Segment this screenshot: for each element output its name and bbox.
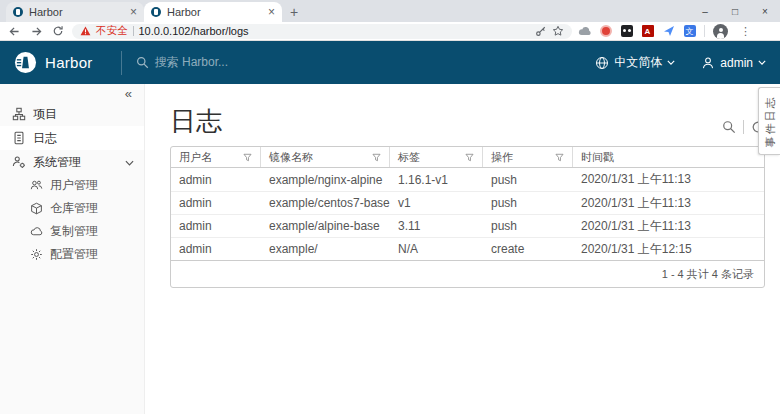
back-icon[interactable] [6,23,22,39]
search-logs-icon[interactable] [722,120,736,134]
tab-close-icon[interactable]: × [130,6,137,18]
cell-operation: push [483,219,573,233]
chevron-down-icon [667,60,675,65]
search-icon [136,56,149,69]
browser-tabstrip: Harbor × Harbor × + – □ × [0,0,780,22]
language-label: 中文简体 [614,54,662,71]
cloud-extension-icon[interactable] [578,25,591,38]
table-row: admin example/centos7-base v1 push 2020/… [171,191,764,214]
cell-timestamp: 2020/1/31 上午11:13 [573,171,764,188]
cell-tag: N/A [390,242,483,256]
globe-icon [595,56,609,70]
column-header: 标签 [398,150,420,165]
column-header: 用户名 [179,150,212,165]
sidebar-item-user-management[interactable]: 用户管理 [0,174,144,197]
sidebar-item-configuration-management[interactable]: 配置管理 [0,243,144,266]
omnibox-divider [133,26,134,36]
warning-icon [80,26,91,36]
table-footer: 1 - 4 共计 4 条记录 [171,260,764,287]
cell-operation: create [483,242,573,256]
bookmark-star-icon[interactable] [552,25,564,37]
cell-timestamp: 2020/1/31 上午11:13 [573,218,764,235]
cell-operation: push [483,173,573,187]
url-text: 10.0.0.102/harbor/logs [139,25,531,37]
tab-title: Harbor [29,6,124,18]
sidebar-item-replication-management[interactable]: 复制管理 [0,220,144,243]
cell-image-name: example/nginx-alpine [261,173,390,187]
cell-timestamp: 2020/1/31 上午11:13 [573,195,764,212]
sidebar-item-logs[interactable]: 日志 [0,126,144,150]
user-menu[interactable]: admin [701,56,766,70]
pdf-extension-icon[interactable]: A [641,25,654,38]
password-key-icon[interactable] [535,25,547,37]
table-header-row: 用户名 镜像名称 标签 操作 时间戳 [171,147,764,168]
event-log-tab[interactable]: 事件日志 [758,87,780,155]
filter-icon[interactable] [465,153,474,162]
browser-tab-1[interactable]: Harbor × [6,2,144,22]
column-header: 操作 [491,150,513,165]
cell-username: admin [171,173,261,187]
maximize-icon[interactable]: □ [720,0,750,22]
sidebar-item-label: 仓库管理 [50,200,98,217]
address-bar[interactable]: 不安全 10.0.0.102/harbor/logs [72,24,572,39]
chevron-down-icon [125,155,134,169]
actions-divider [743,120,744,134]
close-icon[interactable]: × [750,0,780,22]
table-row: admin example/ N/A create 2020/1/31 上午12… [171,237,764,260]
sidebar-item-registry-management[interactable]: 仓库管理 [0,197,144,220]
cell-tag: 3.11 [390,219,483,233]
harbor-logo [14,51,37,74]
cell-username: admin [171,242,261,256]
sidebar-item-label: 日志 [33,130,57,147]
cell-image-name: example/centos7-base [261,196,390,210]
extensions-area: A 文 ⋮ [578,24,755,39]
filter-icon[interactable] [555,153,564,162]
sidebar: « 项目 日志 系统管理 用户管理 [0,84,145,414]
harbor-favicon [13,7,23,17]
harbor-header: Harbor 搜索 Harbor... 中文简体 admin [0,41,780,84]
browser-toolbar: 不安全 10.0.0.102/harbor/logs A 文 ⋮ [0,22,780,41]
username-label: admin [720,56,753,70]
window-controls: – □ × [690,0,780,22]
brand-title: Harbor [45,54,93,71]
main-content: 日志 用户名 镜像名称 标签 操作 时间戳 admin [145,84,780,414]
sidebar-item-label: 复制管理 [50,223,98,240]
sidebar-item-projects[interactable]: 项目 [0,102,144,126]
minimize-icon[interactable]: – [690,0,720,22]
forward-icon[interactable] [28,23,44,39]
administrator-icon [12,155,26,169]
organization-icon [12,107,26,121]
tab-close-icon[interactable]: × [268,6,275,18]
sidebar-item-label: 配置管理 [50,246,98,263]
filter-icon[interactable] [372,153,381,162]
global-search-input[interactable]: 搜索 Harbor... [136,54,596,71]
download-manager-extension-icon[interactable] [599,25,612,38]
messenger-extension-icon[interactable] [662,25,675,38]
sidebar-item-system-management[interactable]: 系统管理 [0,150,144,174]
column-header: 时间戳 [581,150,614,165]
translate-extension-icon[interactable]: 文 [683,25,696,38]
dark-theme-extension-icon[interactable] [620,25,633,38]
browser-menu-icon[interactable]: ⋮ [736,25,755,38]
tab-title: Harbor [167,6,262,18]
new-tab-button[interactable]: + [282,2,306,22]
cell-image-name: example/ [261,242,390,256]
logs-table: 用户名 镜像名称 标签 操作 时间戳 admin example/nginx-a… [170,146,765,288]
profile-avatar[interactable] [713,24,728,39]
browser-tab-2[interactable]: Harbor × [144,2,282,22]
reload-icon[interactable] [50,23,66,39]
harbor-favicon [151,7,161,17]
user-icon [701,56,715,70]
cloud-icon [30,225,43,238]
cell-operation: push [483,196,573,210]
language-menu[interactable]: 中文简体 [595,54,675,71]
logs-icon [12,131,26,145]
sidebar-item-label: 项目 [33,106,57,123]
table-row: admin example/nginx-alpine 1.16.1-v1 pus… [171,168,764,191]
page-title: 日志 [170,107,222,136]
cell-username: admin [171,196,261,210]
sidebar-item-label: 系统管理 [33,154,81,171]
cell-timestamp: 2020/1/31 上午12:15 [573,241,764,258]
collapse-sidebar-icon[interactable]: « [125,86,132,101]
filter-icon[interactable] [243,153,252,162]
